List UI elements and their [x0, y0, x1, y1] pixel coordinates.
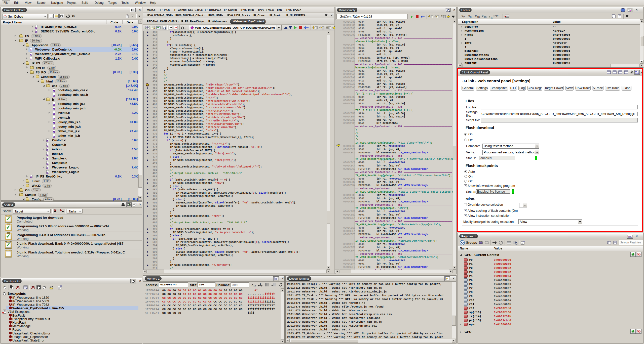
svg-text:888: 888 [628, 235, 631, 237]
svg-text:8: 8 [260, 283, 261, 285]
